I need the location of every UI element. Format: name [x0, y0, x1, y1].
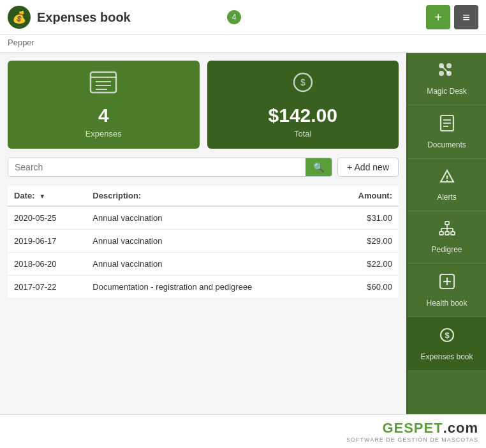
add-new-button[interactable]: + Add new	[337, 158, 399, 177]
cell-amount: $29.00	[332, 230, 399, 253]
cell-description: Annual vaccination	[86, 253, 332, 276]
expenses-count-card: 4 Expenses	[8, 61, 200, 149]
search-input[interactable]	[8, 158, 306, 176]
documents-icon	[439, 114, 455, 137]
expenses-book-icon: $	[438, 326, 456, 348]
sidebar-label-health-book: Health book	[426, 299, 467, 308]
footer: GESPET.com SOFTWARE DE GESTIÓN DE MASCOT…	[0, 414, 486, 448]
cell-amount: $31.00	[332, 206, 399, 230]
svg-rect-20	[439, 232, 443, 235]
cell-date: 2017-07-22	[8, 276, 86, 299]
header-icon: 💰	[8, 6, 31, 29]
table-row: 2018-06-20 Annual vaccination $22.00	[8, 253, 399, 276]
sort-arrow: ▼	[39, 193, 45, 200]
col-description: Description:	[86, 186, 332, 206]
page-title: Expenses book	[37, 10, 222, 25]
alerts-icon	[438, 168, 456, 189]
table-row: 2020-05-25 Annual vaccination $31.00	[8, 206, 399, 230]
col-date[interactable]: Date: ▼	[8, 186, 86, 206]
sidebar: Magic Desk Documents Alerts Pedigree Hea…	[406, 53, 486, 414]
pet-name: Pepper	[8, 38, 34, 47]
cell-date: 2020-05-25	[8, 206, 86, 230]
magic-desk-icon	[438, 62, 457, 83]
cell-description: Annual vaccination	[86, 206, 332, 230]
expenses-count-label: Expenses	[85, 129, 122, 138]
sidebar-item-alerts[interactable]: Alerts	[408, 159, 486, 211]
sidebar-label-alerts: Alerts	[437, 193, 457, 202]
health-book-icon	[438, 273, 456, 295]
cell-amount: $22.00	[332, 253, 399, 276]
svg-rect-22	[445, 232, 449, 235]
sidebar-item-pedigree[interactable]: Pedigree	[408, 211, 486, 264]
total-value: $142.00	[269, 105, 337, 126]
expenses-count-value: 4	[98, 105, 109, 126]
add-button[interactable]: +	[426, 5, 450, 29]
total-card: $ $142.00 Total	[207, 61, 399, 149]
svg-point-8	[439, 71, 444, 76]
badge-count: 4	[227, 10, 241, 24]
total-icon: $	[289, 71, 317, 100]
sidebar-item-documents[interactable]: Documents	[408, 105, 486, 159]
brand-logo: GESPET.com	[8, 420, 478, 437]
expense-table: Date: ▼ Description: Amount: 2020-05-25 …	[8, 186, 399, 299]
svg-point-18	[446, 180, 447, 181]
pedigree-icon	[438, 220, 456, 241]
table-row: 2017-07-22 Documentation - registration …	[8, 276, 399, 299]
sidebar-item-magic-desk[interactable]: Magic Desk	[408, 53, 486, 105]
cell-date: 2018-06-20	[8, 253, 86, 276]
svg-rect-21	[451, 232, 455, 235]
cell-date: 2019-06-17	[8, 230, 86, 253]
sidebar-label-expenses-book: Expenses book	[420, 352, 473, 361]
search-input-wrap: 🔍	[8, 158, 332, 177]
total-label: Total	[294, 129, 311, 138]
main-layout: 4 Expenses $ $142.00 Total 🔍 + Add n	[0, 53, 486, 414]
cell-description: Annual vaccination	[86, 230, 332, 253]
summary-cards: 4 Expenses $ $142.00 Total	[8, 61, 399, 149]
svg-text:$: $	[445, 331, 450, 340]
sidebar-item-expenses-book[interactable]: $ Expenses book	[408, 317, 486, 371]
header-buttons: + ≡	[426, 5, 478, 29]
sub-header: Pepper	[0, 35, 486, 53]
brand-tagline: SOFTWARE DE GESTIÓN DE MASCOTAS	[8, 437, 478, 443]
svg-point-9	[446, 63, 452, 68]
menu-button[interactable]: ≡	[454, 5, 478, 29]
sidebar-label-documents: Documents	[427, 140, 466, 149]
sidebar-item-health-book[interactable]: Health book	[408, 264, 486, 317]
cell-description: Documentation - registration and pedigre…	[86, 276, 332, 299]
sidebar-label-magic-desk: Magic Desk	[427, 87, 467, 96]
col-amount: Amount:	[332, 186, 399, 206]
table-row: 2019-06-17 Annual vaccination $29.00	[8, 230, 399, 253]
svg-rect-19	[445, 221, 449, 225]
search-button[interactable]: 🔍	[306, 158, 332, 176]
content-area: 4 Expenses $ $142.00 Total 🔍 + Add n	[0, 53, 406, 414]
svg-text:$: $	[300, 77, 306, 87]
sidebar-label-pedigree: Pedigree	[431, 245, 462, 254]
expenses-count-icon	[89, 71, 117, 100]
cell-amount: $60.00	[332, 276, 399, 299]
search-bar: 🔍 + Add new	[8, 158, 399, 177]
header: 💰 Expenses book 4 + ≡	[0, 0, 486, 35]
